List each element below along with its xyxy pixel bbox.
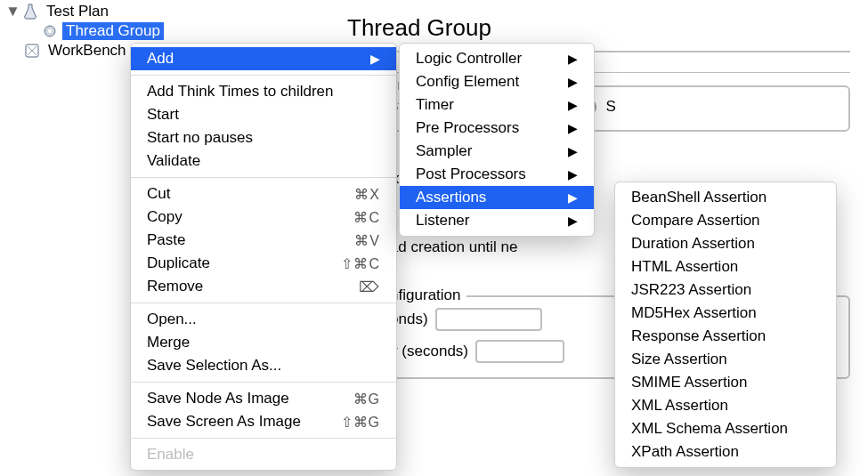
menu-save-screen-as-image[interactable]: Save Screen As Image⇧⌘G xyxy=(131,410,396,433)
assertion-response-assertion[interactable]: Response Assertion xyxy=(615,325,836,348)
tree-label-workbench: WorkBench xyxy=(45,42,130,60)
assertion-jsr223-assertion[interactable]: JSR223 Assertion xyxy=(615,278,836,302)
submenu-arrow-icon: ▶ xyxy=(568,98,578,112)
startup-delay-input[interactable] xyxy=(475,340,564,363)
menu-save-node-as-image[interactable]: Save Node As Image⌘G xyxy=(131,387,396,410)
submenu-arrow-icon: ▶ xyxy=(568,52,578,66)
assertion-smime-assertion[interactable]: SMIME Assertion xyxy=(615,371,836,394)
menu-duplicate[interactable]: Duplicate⇧⌘C xyxy=(131,252,396,275)
submenu-arrow-icon: ▶ xyxy=(568,144,578,158)
gear-icon xyxy=(41,22,59,40)
svg-point-1 xyxy=(48,29,52,33)
assertion-beanshell-assertion[interactable]: BeanShell Assertion xyxy=(615,186,836,209)
submenu-logic-controller[interactable]: Logic Controller▶ xyxy=(400,47,594,70)
assertion-md5hex-assertion[interactable]: MD5Hex Assertion xyxy=(615,302,836,325)
menu-open[interactable]: Open... xyxy=(131,308,396,331)
assertion-xpath-assertion[interactable]: XPath Assertion xyxy=(615,440,836,464)
tree-row-thread-group[interactable]: Thread Group xyxy=(4,21,324,41)
menu-paste[interactable]: Paste⌘V xyxy=(131,229,396,252)
menu-remove[interactable]: Remove⌦ xyxy=(131,275,396,298)
submenu-arrow-icon: ▶ xyxy=(568,190,578,205)
menu-start[interactable]: Start xyxy=(131,103,396,126)
menu-separator xyxy=(131,382,396,383)
menu-validate[interactable]: Validate xyxy=(131,149,396,173)
disclosure-triangle-icon[interactable]: ▼ xyxy=(5,3,18,20)
tree-label-thread-group: Thread Group xyxy=(62,22,164,40)
assertion-size-assertion[interactable]: Size Assertion xyxy=(615,348,836,371)
assertion-compare-assertion[interactable]: Compare Assertion xyxy=(615,209,836,232)
submenu-arrow-icon: ▶ xyxy=(568,75,578,89)
submenu-arrow-icon: ▶ xyxy=(568,121,578,135)
menu-separator xyxy=(131,75,396,76)
submenu-listener[interactable]: Listener▶ xyxy=(400,209,594,232)
assertion-xml-schema-assertion[interactable]: XML Schema Assertion xyxy=(615,417,836,440)
assertion-xml-assertion[interactable]: XML Assertion xyxy=(615,394,836,417)
tree-row-test-plan[interactable]: ▼ Test Plan xyxy=(4,2,324,21)
menu-cut[interactable]: Cut⌘X xyxy=(131,182,396,206)
workbench-icon xyxy=(23,42,41,60)
add-submenu: Logic Controller▶ Config Element▶ Timer▶… xyxy=(399,43,595,237)
submenu-config-element[interactable]: Config Element▶ xyxy=(400,70,594,93)
duration-input[interactable] xyxy=(435,308,542,331)
context-menu: Add ▶ Add Think Times to children Start … xyxy=(130,43,397,471)
menu-add-think-times[interactable]: Add Think Times to children xyxy=(131,80,396,103)
menu-save-selection-as[interactable]: Save Selection As... xyxy=(131,354,396,377)
menu-start-no-pauses[interactable]: Start no pauses xyxy=(131,126,396,149)
menu-copy[interactable]: Copy⌘C xyxy=(131,206,396,229)
radio-label-cut: S xyxy=(605,98,615,116)
submenu-assertions[interactable]: Assertions▶ xyxy=(400,186,594,209)
menu-add[interactable]: Add ▶ xyxy=(131,47,396,70)
menu-separator xyxy=(131,438,396,439)
submenu-timer[interactable]: Timer▶ xyxy=(400,93,594,117)
submenu-arrow-icon: ▶ xyxy=(370,52,380,66)
menu-enable: Enable xyxy=(131,443,396,466)
menu-add-label: Add xyxy=(147,50,174,68)
assertions-submenu: BeanShell AssertionCompare AssertionDura… xyxy=(614,182,837,468)
submenu-arrow-icon: ▶ xyxy=(568,214,578,228)
submenu-pre-processors[interactable]: Pre Processors▶ xyxy=(400,117,594,140)
submenu-post-processors[interactable]: Post Processors▶ xyxy=(400,163,594,186)
assertion-duration-assertion[interactable]: Duration Assertion xyxy=(615,232,836,255)
submenu-arrow-icon: ▶ xyxy=(568,167,578,182)
assertion-html-assertion[interactable]: HTML Assertion xyxy=(615,255,836,278)
submenu-sampler[interactable]: Sampler▶ xyxy=(400,140,594,163)
tree-label-test-plan: Test Plan xyxy=(43,3,112,20)
menu-separator xyxy=(131,177,396,178)
menu-merge[interactable]: Merge xyxy=(131,331,396,354)
menu-separator xyxy=(131,303,396,303)
flask-icon xyxy=(21,3,39,20)
